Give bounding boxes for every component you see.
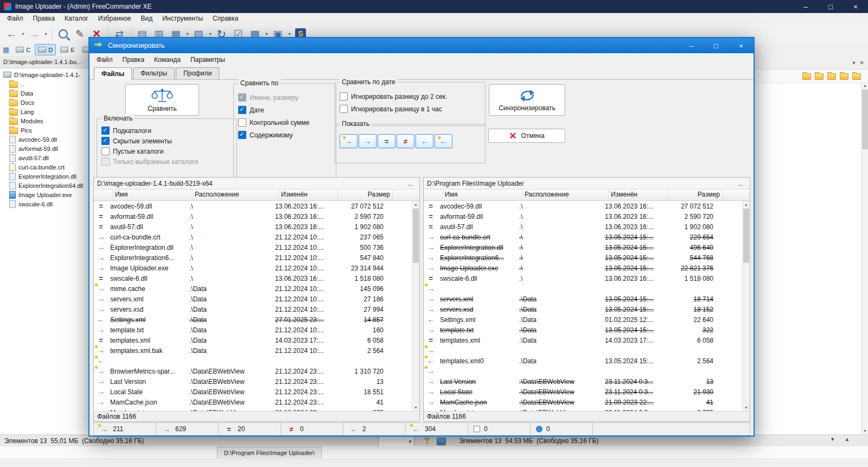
scroll-up-icon[interactable]: ▲ xyxy=(743,201,750,208)
tab-Профили[interactable]: Профили xyxy=(176,67,219,79)
toolbar-dropdown-icon[interactable]: ▾ xyxy=(20,31,26,36)
file-row[interactable]: →servers.xsd.\Data13.05.2024 15:...18 15… xyxy=(424,304,750,314)
dialog-close-icon[interactable]: × xyxy=(729,38,754,53)
toolbar-dropdown-icon[interactable]: ▾ xyxy=(43,31,49,36)
scroll-thumb[interactable] xyxy=(862,90,868,149)
compare-by-checkbox-2[interactable] xyxy=(238,118,246,127)
dialog-maximize-icon[interactable]: □ xyxy=(704,38,729,53)
tree-item-swscale-6.dll[interactable]: swscale-6.dll xyxy=(0,199,88,209)
compare-date-checkbox-1[interactable] xyxy=(340,105,348,113)
panel-scrollbar[interactable]: ▲▼ xyxy=(742,201,750,411)
chevron-down-icon[interactable]: ▼ xyxy=(830,437,835,442)
compare-by-checkbox-1[interactable] xyxy=(238,106,246,114)
include-checkbox-1[interactable] xyxy=(101,137,110,145)
file-row[interactable]: →ExplorerIntegration6....\13.05.2024 15:… xyxy=(424,253,750,263)
dialog-minimize-icon[interactable]: – xyxy=(679,38,704,53)
drive-button-D[interactable]: D xyxy=(35,44,56,55)
right-pane-scrollbar[interactable]: ▲ ▼ xyxy=(861,82,868,434)
maximize-icon[interactable]: □ xyxy=(818,0,843,13)
chevron-down-icon[interactable]: ▾ xyxy=(853,60,856,66)
disk-icon[interactable] xyxy=(437,438,446,445)
column-header-1[interactable]: Расположение xyxy=(193,190,279,200)
tree-item-ExplorerIntegration.dll[interactable]: ExplorerIntegration.dll xyxy=(0,172,88,181)
panel-scrollbar[interactable]: ▲▼ xyxy=(412,201,419,411)
main-menu-item-6[interactable]: Справка xyxy=(208,14,243,23)
tree-item-Modules[interactable]: Modules xyxy=(0,116,88,125)
left-panel-path[interactable]: D:\image-uploader-1.4.1-build-5219-x64 .… xyxy=(94,178,419,190)
file-row[interactable]: →ExplorerIntegration.dll.\21.12.2024 10:… xyxy=(94,242,419,253)
tab-Файлы[interactable]: Файлы xyxy=(94,67,132,80)
main-menu-item-4[interactable]: Вид xyxy=(136,14,158,23)
drive-button-E[interactable]: E xyxy=(57,44,78,55)
file-row[interactable]: →template.txt.\Data13.05.2024 15:...322 xyxy=(424,325,750,335)
close-icon[interactable]: × xyxy=(843,0,868,13)
browse-button[interactable]: ... xyxy=(404,180,416,187)
toolbar-edit-icon[interactable]: ✎ xyxy=(72,26,88,42)
file-row[interactable]: =templates.xml.\Data14.03.2023 17:...6 0… xyxy=(94,335,419,345)
tree-item-avcodec-59.dll[interactable]: avcodec-59.dll xyxy=(0,135,88,144)
tree-item-Image Uploader.exe[interactable]: Image Uploader.exe xyxy=(0,190,88,199)
toolbar-dropdown-icon[interactable]: ▾ xyxy=(207,31,213,36)
show-equal-button[interactable]: = xyxy=(378,134,395,148)
close-tab-icon[interactable]: ✕ xyxy=(860,60,864,66)
file-row[interactable]: =avutil-57.dll.\13.06.2023 16:...1 902 0… xyxy=(424,222,750,232)
file-row[interactable]: →servers.xsd.\Data21.12.2024 10:...27 99… xyxy=(94,304,419,314)
toolbar-forward-icon[interactable]: → xyxy=(26,26,42,42)
file-row[interactable]: =avcodec-59.dll.\13.06.2023 16:...27 072… xyxy=(424,201,750,211)
file-row[interactable]: →curl-ca-bundle.crt.\21.12.2024 10:...23… xyxy=(94,232,419,242)
file-row[interactable]: =swscale-6.dll.\13.06.2023 16:...1 518 0… xyxy=(94,273,419,283)
compare-by-checkbox-3[interactable] xyxy=(238,131,246,139)
file-row[interactable]: →servers.xml.\Data13.05.2024 15:...18 71… xyxy=(424,294,750,304)
column-header-2[interactable]: Изменён xyxy=(609,190,668,200)
main-menu-item-5[interactable]: Инструменты xyxy=(157,14,208,23)
tree-item-Pics[interactable]: Pics xyxy=(0,125,88,135)
file-row[interactable]: →Local State.\Data\EBWebView23.11.2024 0… xyxy=(424,387,750,397)
file-row[interactable]: =templates.xml.\Data14.03.2023 17:...6 0… xyxy=(424,335,750,345)
tree-item-avformat-59.dll[interactable]: avformat-59.dll xyxy=(0,144,88,153)
include-checkbox-2[interactable] xyxy=(101,147,110,155)
file-row[interactable]: →Local State.\Data\EBWebView21.12.2024 2… xyxy=(94,387,419,397)
left-pane-tab[interactable]: D:\image-uploader-1.4.1-bu... xyxy=(0,56,88,68)
tree-item-Lang[interactable]: Lang xyxy=(0,107,88,116)
tree-item-avutil-57.dll[interactable]: avutil-57.dll xyxy=(0,153,88,162)
tree-item-curl-ca-bundle.crt[interactable]: curl-ca-bundle.crt xyxy=(0,162,88,172)
file-row[interactable]: ←Settings.xml.\Data01.02.2025 12:...22 6… xyxy=(424,314,750,325)
toolbar-dropdown-icon[interactable]: ▾ xyxy=(264,31,270,36)
filter-combo[interactable]: ▼ xyxy=(378,436,414,447)
file-row[interactable]: =avformat-59.dll.\13.06.2023 16:...2 590… xyxy=(94,211,419,222)
toolbar-dropdown-icon[interactable]: ▾ xyxy=(286,31,292,36)
include-checkbox-0[interactable] xyxy=(101,127,110,135)
file-row[interactable]: →ExplorerIntegration.dll.\13.05.2024 15:… xyxy=(424,242,750,253)
main-menu-item-3[interactable]: Избранное xyxy=(93,14,136,23)
main-menu-item-2[interactable]: Каталог xyxy=(60,14,93,23)
show-left-button[interactable]: ← xyxy=(416,134,433,148)
dialog-titlebar[interactable]: Синхронизировать – □ × xyxy=(90,38,754,53)
file-row[interactable]: →Image Uploader.exe.\21.12.2024 10:...23… xyxy=(94,263,419,273)
browse-button[interactable]: ... xyxy=(735,180,746,187)
scroll-down-icon[interactable]: ▼ xyxy=(861,427,868,434)
toolbar-back-icon[interactable]: ← xyxy=(3,26,20,42)
tree-item-Docs[interactable]: Docs xyxy=(0,98,88,107)
file-row[interactable]: →mime.cache.\Data21.12.2024 10:...145 09… xyxy=(94,283,419,294)
dialog-menu-item-1[interactable]: Правка xyxy=(118,55,150,65)
file-row[interactable]: → xyxy=(424,345,750,356)
scroll-up-icon[interactable]: ▲ xyxy=(861,82,868,89)
dialog-menu-item-3[interactable]: Параметры xyxy=(186,55,230,65)
main-menu-item-0[interactable]: Файл xyxy=(2,14,28,23)
file-row[interactable]: →Image Uploader.exe.\13.05.2024 15:...22… xyxy=(424,263,750,273)
tree-item-..[interactable]: .. xyxy=(0,79,88,89)
tab-Фильтры[interactable]: Фильтры xyxy=(133,67,175,79)
file-row[interactable]: →Last Version.\Data\EBWebView23.11.2024 … xyxy=(424,376,750,387)
drive-button-C[interactable]: C xyxy=(12,44,34,55)
file-row[interactable]: →templates.xml.bak.\Data21.12.2024 10:..… xyxy=(94,345,419,356)
compare-by-checkbox-0[interactable] xyxy=(238,93,246,102)
minimize-icon[interactable]: – xyxy=(793,0,818,13)
file-row[interactable]: →curl-ca-bundle.crt.\13.05.2024 15:...22… xyxy=(424,232,750,242)
toolbar-dropdown-icon[interactable]: ▾ xyxy=(184,31,190,36)
column-header-0[interactable]: Имя xyxy=(113,190,193,200)
favorite-folder-icon[interactable] xyxy=(802,73,811,80)
scroll-up-icon[interactable]: ▲ xyxy=(412,201,419,208)
scroll-thumb[interactable] xyxy=(743,209,749,263)
drive-grid-icon[interactable]: ▦ xyxy=(3,46,9,54)
column-header-2[interactable]: Изменён xyxy=(279,190,338,200)
